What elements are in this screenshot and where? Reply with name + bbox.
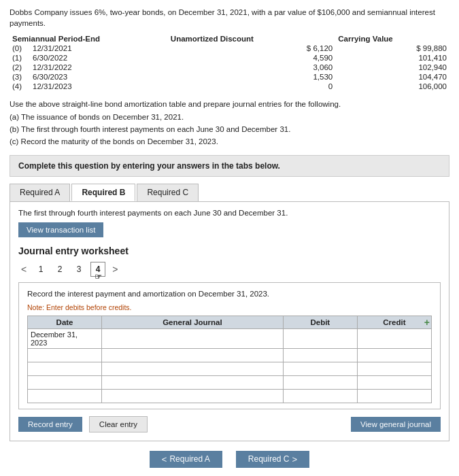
gj-input[interactable] — [102, 329, 283, 348]
date-cell — [28, 348, 102, 362]
gj-input[interactable] — [102, 376, 283, 389]
gj-cell[interactable] — [102, 328, 284, 348]
gj-input[interactable] — [102, 390, 283, 403]
debit-input[interactable] — [284, 329, 357, 348]
gj-cell[interactable] — [102, 375, 284, 389]
worksheet-instruction: Record the interest payment and amortiza… — [27, 290, 432, 298]
view-general-journal-button[interactable]: View general journal — [351, 417, 441, 432]
instructions-block: Use the above straight-line bond amortiz… — [10, 98, 449, 148]
gj-cell[interactable] — [102, 348, 284, 362]
date-cell — [28, 375, 102, 389]
credit-input[interactable] — [358, 376, 431, 389]
date-cell — [28, 389, 102, 403]
credit-input[interactable] — [358, 349, 431, 362]
instruction-b: (b) The first through fourth interest pa… — [10, 123, 449, 135]
credit-input[interactable] — [358, 329, 431, 348]
tab-required-a[interactable]: Required A — [10, 184, 70, 201]
instruction-intro: Use the above straight-line bond amortiz… — [10, 98, 449, 110]
journal-table: Date General Journal Debit Credit + Dece… — [27, 316, 432, 403]
credit-cell[interactable] — [357, 328, 431, 348]
journal-row — [28, 348, 432, 362]
journal-row — [28, 375, 432, 389]
gj-input[interactable] — [102, 349, 283, 362]
prev-page-arrow[interactable]: < — [18, 264, 29, 275]
clear-entry-button[interactable]: Clear entry — [89, 416, 148, 432]
debit-input[interactable] — [284, 362, 357, 375]
gj-input[interactable] — [102, 362, 283, 375]
worksheet-box: Record the interest payment and amortiza… — [18, 282, 441, 409]
debit-input[interactable] — [284, 376, 357, 389]
worksheet-title: Journal entry worksheet — [18, 245, 441, 256]
instruction-c: (c) Record the maturity of the bonds on … — [10, 135, 449, 148]
amort-row: (3) 6/30/2023 1,530 104,470 — [10, 72, 449, 82]
nav-bottom: < Required A Required C > — [10, 451, 449, 468]
tab-required-c[interactable]: Required C — [137, 184, 199, 201]
credit-cell[interactable] — [357, 375, 431, 389]
page-1[interactable]: 1 — [33, 262, 48, 277]
intro-text: Dobbs Company issues 6%, two-year bonds,… — [10, 7, 449, 29]
complete-box: Complete this question by entering your … — [10, 155, 449, 177]
amort-row: (0) 12/31/2021 $ 6,120 $ 99,880 — [10, 44, 449, 53]
next-page-arrow[interactable]: > — [109, 264, 120, 275]
debit-cell[interactable] — [283, 348, 357, 362]
view-transaction-list-button[interactable]: View transaction list — [18, 222, 103, 237]
page-navigation: < 1 2 3 4 ☞ > — [18, 262, 441, 277]
amort-row: (1) 6/30/2022 4,590 101,410 — [10, 53, 449, 63]
bottom-buttons: Record entry Clear entry View general jo… — [18, 416, 441, 432]
col-date-header: Date — [28, 316, 102, 328]
col-gj-header: General Journal — [102, 316, 284, 328]
debit-cell[interactable] — [283, 362, 357, 375]
credit-input[interactable] — [358, 362, 431, 375]
credit-cell[interactable] — [357, 348, 431, 362]
instruction-a: (a) The issuance of bonds on December 31… — [10, 111, 449, 123]
col-carrying: Carrying Value — [335, 34, 449, 44]
debit-input[interactable] — [284, 390, 357, 403]
amort-row: (4) 12/31/2023 0 106,000 — [10, 82, 449, 91]
tab-subtitle: The first through fourth interest paymen… — [18, 209, 441, 217]
tab-content-area: The first through fourth interest paymen… — [10, 201, 449, 441]
debit-cell[interactable] — [283, 375, 357, 389]
next-nav-button[interactable]: Required C > — [236, 451, 309, 468]
journal-row — [28, 362, 432, 375]
gj-cell[interactable] — [102, 362, 284, 375]
gj-cell[interactable] — [102, 389, 284, 403]
amortization-table: Semiannual Period-End Unamortized Discou… — [10, 34, 449, 91]
credit-cell[interactable] — [357, 389, 431, 403]
journal-row — [28, 389, 432, 403]
debit-cell[interactable] — [283, 389, 357, 403]
debit-cell[interactable] — [283, 328, 357, 348]
amort-row: (2) 12/31/2022 3,060 102,940 — [10, 63, 449, 72]
col-debit-header: Debit — [283, 316, 357, 328]
journal-row: December 31, 2023 — [28, 328, 432, 348]
credit-cell[interactable] — [357, 362, 431, 375]
page-3[interactable]: 3 — [71, 262, 86, 277]
add-row-icon[interactable]: + — [424, 317, 430, 328]
credit-input[interactable] — [358, 390, 431, 403]
date-cell: December 31, 2023 — [28, 328, 102, 348]
col-credit-header: Credit + — [357, 316, 431, 328]
col-discount: Unamortized Discount — [168, 34, 335, 44]
page-2[interactable]: 2 — [52, 262, 67, 277]
tab-required-b[interactable]: Required B — [71, 184, 135, 201]
col-period: Semiannual Period-End — [10, 34, 168, 44]
prev-nav-button[interactable]: < Required A — [150, 451, 222, 468]
date-cell — [28, 362, 102, 375]
note-text: Note: Enter debits before credits. — [27, 303, 432, 311]
debit-input[interactable] — [284, 349, 357, 362]
record-entry-button[interactable]: Record entry — [18, 417, 82, 432]
tabs-row: Required A Required B Required C — [10, 184, 449, 201]
page-4[interactable]: 4 ☞ — [90, 262, 105, 277]
